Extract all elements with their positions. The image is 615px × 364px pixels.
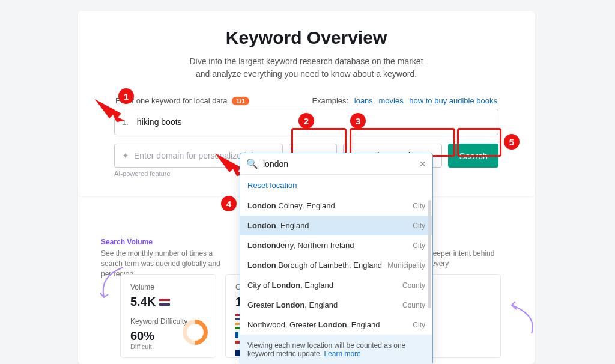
learn-more-link[interactable]: Learn more (324, 350, 360, 358)
dropdown-item[interactable]: Londonderry, Northern IrelandCity (240, 235, 432, 255)
dropdown-item[interactable]: City of London, EnglandCounty (240, 275, 432, 295)
location-dropdown: 🔍 ✕ Reset location London Colney, Englan… (240, 153, 433, 364)
dropdown-search-input[interactable] (263, 159, 414, 169)
example-link-audible[interactable]: how to buy audible books (409, 96, 497, 105)
keyword-count-badge: 1/1 (232, 97, 249, 105)
dropdown-list[interactable]: London Colney, EnglandCity London, Engla… (240, 196, 432, 335)
annotation-3: 3 (350, 113, 366, 129)
dropdown-item[interactable]: London Colney, EnglandCity (240, 196, 432, 216)
dropdown-item[interactable]: London Borough of Lambeth, EnglandMunici… (240, 255, 432, 275)
dropdown-item[interactable]: London, EnglandCity (240, 216, 432, 235)
dropdown-item[interactable]: Greater London, EnglandCounty (240, 295, 432, 315)
annotation-4: 4 (221, 196, 237, 211)
metrics-row: Volume 5.4K Keyword Difficulty 60% Diffi… (120, 274, 216, 358)
scrollbar[interactable] (428, 200, 431, 308)
decorative-arrow-right (504, 300, 541, 336)
sv-tooltip-title: Search Volume (101, 238, 227, 246)
reset-location-link[interactable]: Reset location (240, 175, 432, 196)
annotation-5: 5 (504, 134, 520, 150)
search-button[interactable]: Search (448, 144, 498, 168)
example-link-loans[interactable]: loans (354, 96, 373, 105)
page-title: Keyword Overview (114, 28, 498, 48)
annotation-2: 2 (298, 113, 314, 129)
intent-side-text: leeper intent behind every (431, 249, 509, 269)
svg-marker-0 (95, 99, 125, 122)
volume-value: 5.4K (130, 295, 206, 309)
dropdown-footer: Viewing each new location will be counte… (240, 335, 432, 364)
volume-metric-box: Volume 5.4K Keyword Difficulty 60% Diffi… (120, 274, 216, 358)
volume-label: Volume (130, 283, 206, 291)
clear-search-icon[interactable]: ✕ (419, 159, 426, 169)
search-icon: 🔍 (246, 158, 258, 169)
chevron-down-icon: ▾ (432, 153, 435, 159)
input-header: Enter one keyword for local data 1/1 Exa… (114, 96, 498, 105)
annotation-arrow-1 (95, 99, 131, 123)
sparkle-icon: ✦ (122, 151, 129, 160)
examples-row: Examples: loans movies how to buy audibl… (312, 96, 497, 105)
dropdown-item[interactable]: Northwood, Greater London, EnglandCity (240, 315, 432, 335)
page-subtitle: Dive into the largest keyword research d… (114, 55, 498, 80)
us-flag-icon (159, 299, 170, 306)
dropdown-search-row: 🔍 ✕ (240, 153, 432, 175)
example-link-movies[interactable]: movies (378, 96, 403, 105)
